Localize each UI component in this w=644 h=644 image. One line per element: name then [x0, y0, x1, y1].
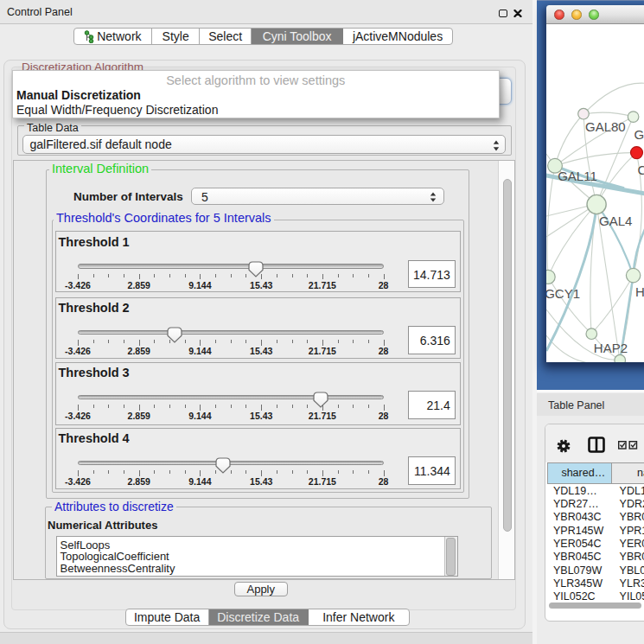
svg-text:GAL11: GAL11	[558, 168, 597, 182]
svg-text:GAL4: GAL4	[599, 214, 632, 228]
svg-text:GCY1: GCY1	[546, 286, 580, 301]
svg-text:HAP2: HAP2	[594, 341, 628, 355]
svg-text:GA: GA	[634, 126, 644, 141]
svg-text:GAL80: GAL80	[585, 119, 626, 134]
svg-text:CD: CD	[637, 162, 644, 176]
svg-text:HI: HI	[635, 284, 644, 299]
